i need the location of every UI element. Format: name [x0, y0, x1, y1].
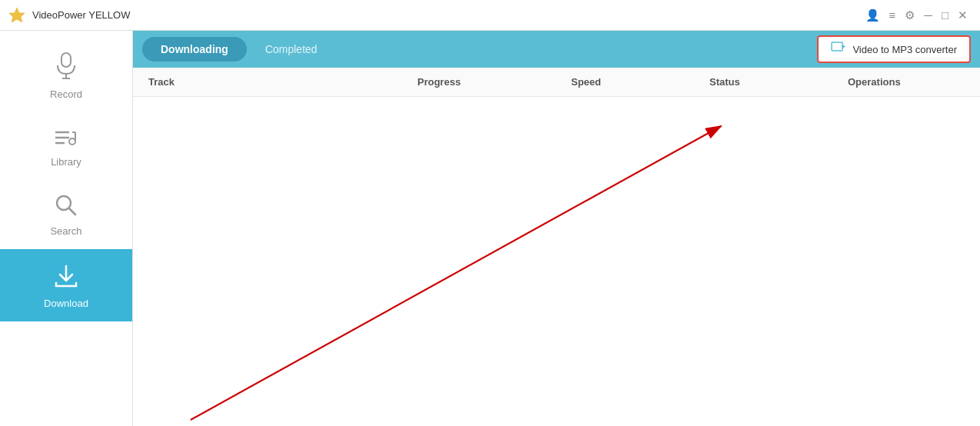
download-icon	[53, 263, 79, 293]
svg-line-15	[191, 126, 721, 420]
svg-marker-13	[842, 45, 845, 48]
app-title: VideoPower YELLOW	[32, 9, 861, 21]
svg-rect-12	[832, 42, 842, 51]
content-area: Downloading Completed Video to MP3 conve…	[133, 31, 980, 426]
app-logo	[8, 6, 26, 25]
library-label: Library	[51, 156, 81, 168]
column-headers: Track Progress Speed Status Operations	[133, 68, 980, 97]
col-speed-header: Speed	[571, 76, 709, 88]
download-label: Download	[44, 298, 88, 309]
svg-rect-1	[61, 53, 71, 67]
empty-content	[133, 97, 980, 426]
search-label: Search	[50, 225, 81, 237]
sidebar-item-library[interactable]: Library	[0, 112, 132, 180]
titlebar: VideoPower YELLOW 👤 ≡ ⚙ ─ □ ✕	[0, 0, 980, 31]
sidebar-item-download[interactable]: Download	[0, 249, 132, 321]
converter-label: Video to MP3 converter	[852, 44, 957, 55]
svg-line-11	[69, 208, 75, 215]
sidebar-item-record[interactable]: Record	[0, 38, 132, 112]
col-status-header: Status	[709, 76, 848, 88]
svg-marker-0	[9, 8, 25, 22]
tab-completed[interactable]: Completed	[247, 37, 336, 62]
converter-icon	[831, 42, 846, 57]
col-operations-header: Operations	[848, 76, 965, 88]
sidebar-item-search[interactable]: Search	[0, 180, 132, 249]
user-icon[interactable]: 👤	[865, 8, 880, 22]
annotation-arrow	[133, 97, 980, 426]
tab-downloading[interactable]: Downloading	[142, 37, 247, 62]
search-icon	[55, 194, 78, 221]
col-progress-header: Progress	[417, 76, 571, 88]
settings-icon[interactable]: ⚙	[905, 8, 915, 22]
maximize-button[interactable]: □	[942, 8, 948, 22]
menu-icon[interactable]: ≡	[889, 8, 896, 22]
video-to-mp3-button[interactable]: Video to MP3 converter	[817, 35, 971, 63]
svg-point-7	[69, 138, 75, 145]
library-icon	[54, 126, 78, 151]
minimize-button[interactable]: ─	[924, 8, 932, 22]
sidebar: Record Library	[0, 31, 133, 426]
mic-icon	[55, 52, 78, 84]
col-track-header: Track	[148, 76, 417, 88]
close-button[interactable]: ✕	[958, 8, 968, 22]
record-label: Record	[50, 88, 82, 100]
main-layout: Record Library	[0, 31, 980, 426]
tab-bar: Downloading Completed Video to MP3 conve…	[133, 31, 980, 68]
